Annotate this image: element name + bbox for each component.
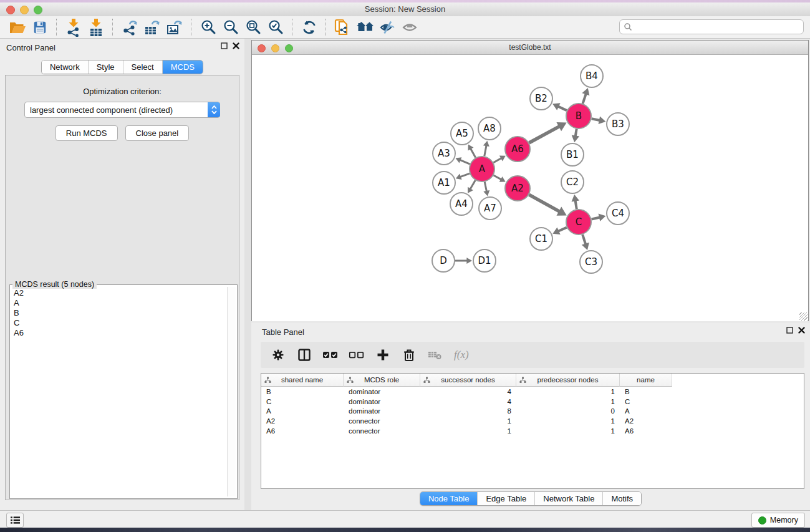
home-icon[interactable] [354,17,377,37]
memory-button[interactable]: Memory [751,513,805,528]
column-header-predecessor-nodes[interactable]: predecessor nodes [516,374,620,387]
graph-node-A[interactable]: A [470,157,494,181]
graph-node-D[interactable]: D [432,249,455,272]
export-network-icon[interactable] [118,17,141,37]
zoom-selected-icon[interactable] [264,17,287,37]
graph-node-A5[interactable]: A5 [451,122,473,145]
table-tab-network-table[interactable]: Network Table [534,492,602,505]
table-cell[interactable]: A6 [620,427,672,435]
edge-A-A8[interactable] [485,145,486,156]
close-panel-icon[interactable] [233,42,239,49]
run-mcds-button[interactable]: Run MCDS [55,125,118,141]
graph-node-A1[interactable]: A1 [433,172,455,194]
search-input[interactable] [632,22,803,32]
edge-C-C2[interactable] [576,200,577,209]
import-network-icon[interactable] [62,17,85,37]
table-cell[interactable]: connector [344,417,420,425]
resize-grip[interactable] [799,312,808,321]
table-cell[interactable]: A [261,407,344,415]
show-eye-icon[interactable] [399,17,422,37]
column-header-mcds-role[interactable]: MCDS role [344,374,420,387]
edge-B-B3[interactable] [592,118,600,120]
edge-C-C3[interactable] [582,235,586,244]
search-field[interactable] [619,19,804,34]
edge-A2-C[interactable] [529,195,559,211]
control-tab-mcds[interactable]: MCDS [162,60,203,74]
table-row[interactable]: Adominator80A [261,406,804,416]
graph-node-B1[interactable]: B1 [561,143,584,166]
hide-panels-icon[interactable] [377,17,399,37]
edge-A-A7[interactable] [485,182,486,191]
table-row[interactable]: Cdominator41C [261,397,804,407]
zoom-out-icon[interactable] [219,17,242,37]
export-image-icon[interactable] [163,17,186,37]
float-panel-icon[interactable] [221,42,228,49]
table-cell[interactable]: 1 [420,417,516,425]
control-tab-style[interactable]: Style [88,60,123,74]
table-row[interactable]: A2connector11A2 [261,416,804,426]
graph-node-C[interactable]: C [566,210,591,235]
table-cell[interactable]: C [261,398,344,405]
edge-C-C1[interactable] [558,228,567,231]
graph-node-C2[interactable]: C2 [561,171,584,193]
table-row[interactable]: Bdominator41B [261,387,804,397]
table-cell[interactable]: 1 [420,427,516,435]
graph-node-A7[interactable]: A7 [479,197,501,220]
graph-node-C3[interactable]: C3 [580,251,602,273]
edge-B-B1[interactable] [576,129,577,137]
open-session-icon[interactable] [6,17,29,37]
edge-A-A4[interactable] [470,180,475,189]
mcds-result-item[interactable]: A6 [11,328,226,338]
graph-node-B4[interactable]: B4 [581,65,603,87]
mcds-result-item[interactable]: A2 [11,288,226,298]
session-titlebar[interactable]: Session: New Session [0,2,810,17]
node-table[interactable]: shared nameMCDS rolesuccessor nodesprede… [261,373,804,489]
table-cell[interactable]: A2 [620,417,672,425]
panel-splitter[interactable] [244,39,251,510]
close-panel-button[interactable]: Close panel [125,125,190,141]
graph-node-A8[interactable]: A8 [478,117,501,140]
table-cell[interactable]: dominator [344,407,420,415]
graph-node-B3[interactable]: B3 [607,113,629,135]
criterion-select[interactable]: largest connected component (directed) [24,102,220,118]
select-all-icon[interactable] [322,346,339,364]
edge-A-A5[interactable] [471,148,476,158]
table-row[interactable]: A6connector11A6 [261,426,804,436]
graph-node-B[interactable]: B [566,104,591,128]
table-settings-gear-icon[interactable] [269,346,287,364]
duplicate-network-icon[interactable] [332,17,354,37]
edge-A-A1[interactable] [460,173,470,177]
table-cell[interactable]: 1 [516,388,620,395]
table-cell[interactable]: 0 [516,407,620,415]
table-cell[interactable]: connector [344,427,420,435]
table-cell[interactable]: 4 [420,398,516,405]
result-scrollbar[interactable] [227,287,236,496]
table-cell[interactable]: 4 [420,388,516,395]
zoom-fit-icon[interactable] [242,17,264,37]
edge-A6-B[interactable] [529,127,559,143]
table-cell[interactable]: B [620,388,672,395]
graph-node-C4[interactable]: C4 [607,202,629,225]
table-tab-edge-table[interactable]: Edge Table [477,492,534,505]
save-session-icon[interactable] [29,17,51,37]
edge-B-B4[interactable] [583,94,586,104]
table-cell[interactable]: A2 [261,417,344,425]
mcds-result-item[interactable]: B [11,308,226,318]
table-cell[interactable]: B [261,388,344,395]
edge-A-A2[interactable] [493,175,501,180]
mcds-result-list[interactable]: A2ABCA6 [11,288,226,497]
table-cell[interactable]: 8 [420,407,516,415]
float-panel-icon[interactable] [786,327,793,334]
graph-node-C1[interactable]: C1 [530,228,552,250]
close-panel-icon[interactable] [798,327,805,334]
column-header-successor-nodes[interactable]: successor nodes [420,374,516,387]
table-cell[interactable]: 1 [516,427,620,435]
table-cell[interactable]: 1 [516,417,620,425]
edge-A-A6[interactable] [493,158,501,162]
column-header-shared-name[interactable]: shared name [261,374,344,387]
control-tab-select[interactable]: Select [123,60,162,74]
import-table-icon[interactable] [85,17,107,37]
table-cell[interactable]: 1 [516,398,620,405]
table-tab-motifs[interactable]: Motifs [602,492,641,505]
edge-A-A3[interactable] [460,160,470,164]
